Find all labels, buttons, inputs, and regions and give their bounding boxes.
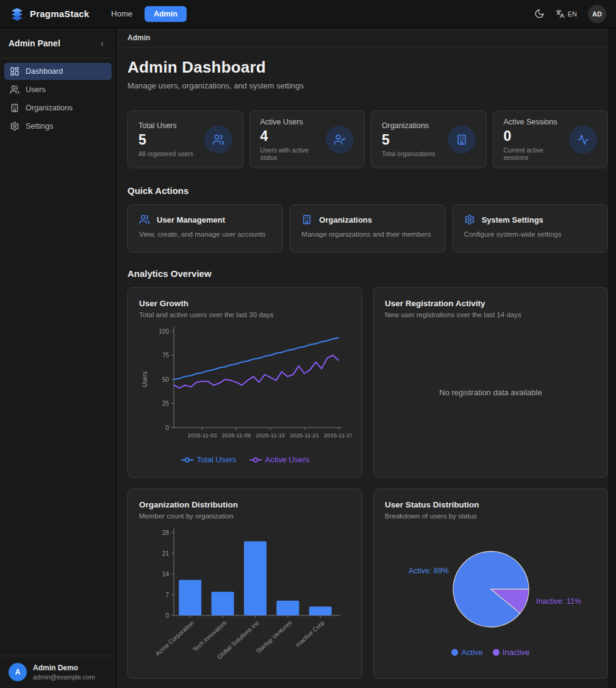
sidebar-item-label: Organizations bbox=[26, 104, 73, 112]
quick-action-system-settings[interactable]: System Settings Configure system-wide se… bbox=[453, 204, 608, 253]
svg-text:28: 28 bbox=[162, 529, 170, 536]
svg-text:2025-11-09: 2025-11-09 bbox=[221, 432, 251, 439]
sidebar-user-email: admin@example.com bbox=[33, 673, 95, 681]
svg-text:Active: 89%: Active: 89% bbox=[409, 567, 449, 575]
svg-text:2025-11-21: 2025-11-21 bbox=[290, 432, 319, 439]
chart-subtitle: Breakdown of users by status bbox=[385, 512, 596, 520]
quick-action-user-management[interactable]: User Management View, create, and manage… bbox=[127, 204, 283, 253]
svg-text:Tech Innovators: Tech Innovators bbox=[192, 619, 228, 653]
language-switcher[interactable]: EN bbox=[556, 9, 577, 18]
chart-subtitle: New user registrations over the last 14 … bbox=[385, 311, 596, 318]
top-navbar: PragmaStack Home Admin EN AD bbox=[0, 0, 616, 28]
user-growth-legend: Total UsersActive Users bbox=[139, 455, 351, 464]
chart-subtitle: Total and active users over the last 30 … bbox=[139, 311, 351, 318]
avatar: A bbox=[9, 663, 27, 681]
sidebar-item-dashboard[interactable]: Dashboard bbox=[4, 63, 112, 80]
users-icon bbox=[10, 85, 20, 95]
quick-action-description: View, create, and manage user accounts bbox=[139, 231, 271, 238]
user-avatar[interactable]: AD bbox=[588, 5, 606, 23]
analytics-grid: User Growth Total and active users over … bbox=[127, 287, 608, 688]
main-content: Admin Admin Dashboard Manage users, orga… bbox=[116, 28, 608, 688]
stat-card-active-sessions: Active Sessions 0 Current active session… bbox=[493, 110, 609, 168]
svg-text:Users: Users bbox=[141, 371, 148, 387]
legend-item: Inactive bbox=[493, 648, 530, 657]
brand[interactable]: PragmaStack bbox=[10, 7, 89, 21]
org-distribution-card: Organization Distribution Member count b… bbox=[127, 489, 362, 679]
user-status-plot: Active: 89%Inactive: 11% bbox=[385, 525, 598, 633]
stat-card-organizations: Organizations 5 Total organizations bbox=[371, 110, 487, 168]
quick-actions-grid: User Management View, create, and manage… bbox=[127, 204, 608, 253]
stat-card-active-users: Active Users 4 Users with active status bbox=[249, 110, 365, 168]
sidebar-user-profile[interactable]: A Admin Demo admin@example.com bbox=[0, 656, 116, 688]
building-icon bbox=[448, 126, 476, 154]
moon-icon bbox=[534, 9, 545, 19]
page-subtitle: Manage users, organizations, and system … bbox=[127, 81, 608, 90]
svg-text:2025-11-03: 2025-11-03 bbox=[188, 432, 217, 439]
gear-icon bbox=[10, 121, 20, 131]
stat-description: Current active sessions bbox=[504, 146, 570, 161]
svg-text:0: 0 bbox=[165, 425, 169, 431]
sidebar-item-settings[interactable]: Settings bbox=[4, 118, 112, 135]
quick-actions-heading: Quick Actions bbox=[127, 185, 608, 196]
svg-text:2025-11-15: 2025-11-15 bbox=[256, 432, 285, 439]
svg-text:75: 75 bbox=[162, 352, 170, 359]
sidebar-item-label: Dashboard bbox=[26, 67, 63, 76]
registration-activity-card: User Registration Activity New user regi… bbox=[373, 287, 608, 478]
building-icon bbox=[10, 103, 20, 113]
page-title: Admin Dashboard bbox=[127, 58, 608, 77]
quick-action-title: Organizations bbox=[319, 215, 372, 224]
gear-icon bbox=[464, 214, 475, 225]
org-distribution-plot: 07142128Acme CorporationTech InnovatorsG… bbox=[139, 525, 352, 662]
sidebar-item-organizations[interactable]: Organizations bbox=[4, 99, 112, 116]
stat-value: 4 bbox=[260, 128, 326, 145]
legend-item: Active Users bbox=[249, 455, 310, 464]
brand-name: PragmaStack bbox=[30, 9, 89, 19]
svg-text:Acme Corporation: Acme Corporation bbox=[154, 619, 195, 657]
chart-title: User Registration Activity bbox=[385, 299, 596, 308]
chart-title: Organization Distribution bbox=[139, 500, 351, 509]
quick-action-organizations[interactable]: Organizations Manage organizations and t… bbox=[290, 204, 445, 253]
svg-text:0: 0 bbox=[165, 612, 169, 619]
svg-text:14: 14 bbox=[162, 571, 170, 578]
sidebar-user-name: Admin Demo bbox=[33, 664, 95, 672]
users-icon bbox=[139, 214, 150, 225]
stat-label: Organizations bbox=[382, 121, 435, 130]
dashboard-icon bbox=[10, 66, 20, 76]
sidebar-item-label: Users bbox=[26, 85, 46, 94]
users-icon bbox=[204, 126, 232, 154]
user-check-icon bbox=[326, 126, 354, 154]
nav-links: Home Admin bbox=[105, 6, 187, 22]
building-icon bbox=[301, 214, 312, 225]
stat-card-total-users: Total Users 5 All registered users bbox=[127, 110, 243, 168]
user-status-card: User Status Distribution Breakdown of us… bbox=[373, 489, 608, 679]
svg-text:Inactive Corp: Inactive Corp bbox=[294, 619, 325, 648]
languages-icon bbox=[556, 9, 565, 18]
stat-description: All registered users bbox=[138, 150, 193, 157]
user-growth-card: User Growth Total and active users over … bbox=[127, 287, 362, 478]
stat-label: Active Users bbox=[260, 118, 326, 126]
breadcrumb[interactable]: Admin bbox=[127, 34, 150, 42]
stat-value: 5 bbox=[138, 132, 193, 148]
stat-label: Total Users bbox=[138, 121, 193, 130]
user-status-legend: ActiveInactive bbox=[385, 648, 596, 657]
svg-text:Startup Ventures: Startup Ventures bbox=[255, 619, 293, 654]
svg-text:Inactive: 11%: Inactive: 11% bbox=[536, 597, 581, 606]
vertical-scrollbar[interactable] bbox=[608, 28, 616, 688]
quick-action-description: Manage organizations and their members bbox=[301, 231, 434, 238]
chart-title: User Status Distribution bbox=[385, 500, 596, 509]
legend-item: Total Users bbox=[181, 455, 237, 464]
sidebar-item-users[interactable]: Users bbox=[4, 81, 112, 98]
legend-item: Active bbox=[451, 648, 482, 657]
nav-link-admin[interactable]: Admin bbox=[145, 6, 187, 22]
svg-text:2025-11-27: 2025-11-27 bbox=[324, 432, 352, 439]
stat-value: 5 bbox=[382, 132, 435, 148]
nav-link-home[interactable]: Home bbox=[105, 6, 138, 21]
svg-text:25: 25 bbox=[162, 400, 170, 407]
stat-description: Total organizations bbox=[382, 150, 435, 157]
stat-description: Users with active status bbox=[260, 146, 326, 161]
svg-text:50: 50 bbox=[162, 376, 170, 383]
user-growth-plot: 02550751002025-11-032025-11-092025-11-15… bbox=[139, 323, 352, 444]
analytics-heading: Analytics Overview bbox=[127, 268, 608, 279]
dark-mode-toggle[interactable] bbox=[534, 9, 545, 19]
sidebar-collapse-button[interactable]: ‹ bbox=[97, 37, 107, 49]
